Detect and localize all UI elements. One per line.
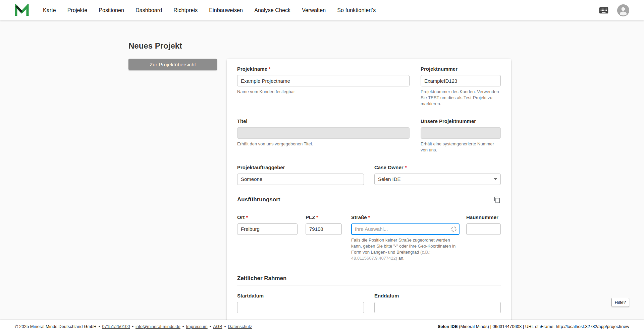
enddatum-field: Enddatum [374,293,501,313]
case-owner-value: Selen IDE [378,176,401,182]
session-user: Selen IDE [438,324,458,329]
strasse-field: Straße* Falls die Position keiner Straße… [351,214,460,261]
separator: • [224,324,226,329]
nav-item-projekte[interactable]: Projekte [67,7,88,13]
nav-item-karte[interactable]: Karte [43,7,56,13]
ort-input[interactable] [237,223,298,235]
ort-field: Ort* [237,214,298,261]
nav-item-positionen[interactable]: Positionen [99,7,124,13]
loading-spinner-icon [451,226,457,234]
top-navbar: Karte Projekte Positionen Dashboard Rich… [0,0,644,20]
projektauftraggeber-input[interactable] [237,174,364,185]
hausnummer-label: Hausnummer [466,214,501,220]
projektnummer-helper: Projektnummer des Kunden. Verwenden Sie … [421,89,501,107]
plz-field: PLZ* [306,214,342,261]
projektnummer-field: Projektnummer Projektnummer des Kunden. … [421,66,501,107]
strasse-helper: Falls die Position keiner Straße zugeord… [351,237,460,261]
projektnummer-input[interactable] [421,75,501,86]
case-owner-select[interactable]: Selen IDE [374,174,501,185]
logo-icon [15,4,29,17]
separator: • [210,324,211,329]
mineral-minds-logo[interactable] [15,4,29,17]
nav-item-einbauweisen[interactable]: Einbauweisen [209,7,243,13]
project-form-card: Projektname* Name vom Kunden festlegbar … [227,59,511,320]
strasse-label: Straße* [351,214,460,220]
projektauftraggeber-field: Projektauftraggeber [237,164,364,185]
projektauftraggeber-label: Projektauftraggeber [237,164,364,170]
projektname-field: Projektname* Name vom Kunden festlegbar [237,66,410,107]
nav-item-analyse-check[interactable]: Analyse Check [254,7,290,13]
chevron-down-icon [494,178,497,180]
required-marker: * [368,214,370,220]
titel-helper: Erhält den von uns vorgegebenen Titel. [237,141,410,147]
projektname-helper: Name vom Kunden festlegbar [237,89,410,95]
section-divider [237,285,501,285]
unsere-projektnummer-label: Unsere Projektnummer [421,118,501,124]
datenschutz-link[interactable]: Datenschutz [228,324,252,329]
separator: • [182,324,184,329]
projektname-label: Projektname* [237,66,410,72]
startdatum-input[interactable] [237,302,364,313]
nav-item-richtpreis[interactable]: Richtpreis [173,7,198,13]
hausnummer-input[interactable] [466,223,501,235]
titel-field: Titel Erhält den von uns vorgegebenen Ti… [237,118,410,153]
unsere-projektnummer-field: Unsere Projektnummer Erhält eine systemg… [421,118,501,153]
startdatum-label: Startdatum [237,293,364,298]
startdatum-field: Startdatum [237,293,364,313]
nav-item-verwalten[interactable]: Verwalten [302,7,326,13]
separator: • [99,324,100,329]
section-divider [237,207,501,207]
required-marker: * [269,66,271,72]
session-info: Selen IDE (Mineral Minds) | 06d314470608… [438,324,629,329]
projektnummer-label: Projektnummer [421,66,501,72]
user-avatar-icon[interactable] [617,4,629,16]
main-nav: Karte Projekte Positionen Dashboard Rich… [43,7,376,13]
required-marker: * [316,214,318,220]
copy-icon[interactable] [494,196,501,203]
case-owner-field: Case Owner* Selen IDE [374,164,501,185]
help-button[interactable]: Hilfe? [611,298,629,307]
ausfuehrungsort-heading: Ausführungsort [237,196,280,203]
enddatum-input[interactable] [374,302,501,313]
enddatum-label: Enddatum [374,293,501,298]
copyright-text: © 2025 Mineral Minds Deutschland GmbH [15,324,97,329]
required-marker: * [246,214,248,220]
phone-link[interactable]: 07151/250100 [102,324,130,329]
projektname-input[interactable] [237,75,410,86]
session-details: (Mineral Minds) | 06d314470608 | URL of … [458,324,629,329]
page-title: Neues Projekt [128,41,383,51]
email-link[interactable]: info@mineral-minds.de [136,324,180,329]
agb-link[interactable]: AGB [213,324,222,329]
required-marker: * [405,164,407,170]
plz-input[interactable] [306,223,342,235]
keyboard-icon[interactable] [598,5,609,16]
plz-label: PLZ* [306,214,342,220]
main-area: Neues Projekt Zur Projektübersicht Proje… [0,20,644,320]
strasse-input[interactable] [351,223,460,235]
separator: • [132,324,133,329]
unsere-projektnummer-input [421,127,501,139]
hausnummer-field: Hausnummer [466,214,501,261]
footer: © 2025 Mineral Minds Deutschland GmbH • … [0,320,644,333]
impressum-link[interactable]: Impressum [186,324,207,329]
unsere-projektnummer-helper: Erhält eine systemgenerierte Nummer von … [421,141,501,153]
case-owner-label: Case Owner* [374,164,501,170]
zeitlicher-rahmen-heading: Zeitlicher Rahmen [237,275,286,282]
nav-item-so-funktionierts[interactable]: So funktioniert's [337,7,376,13]
zur-projektuebersicht-button[interactable]: Zur Projektübersicht [128,59,217,70]
titel-label: Titel [237,118,410,124]
titel-input [237,127,410,139]
ort-label: Ort* [237,214,298,220]
nav-item-dashboard[interactable]: Dashboard [136,7,162,13]
